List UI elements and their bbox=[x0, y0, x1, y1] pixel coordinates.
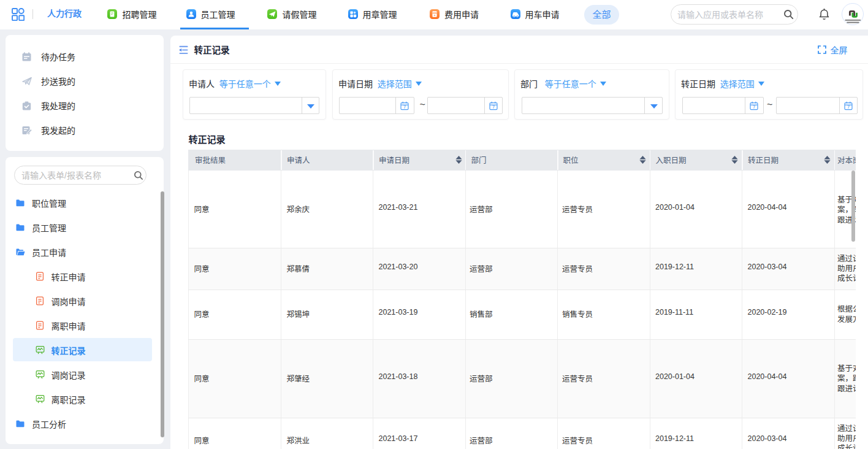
svg-text:7: 7 bbox=[753, 104, 755, 110]
svg-text:7: 7 bbox=[492, 104, 494, 110]
svg-text:7: 7 bbox=[403, 104, 405, 110]
svg-text:7: 7 bbox=[847, 104, 850, 110]
